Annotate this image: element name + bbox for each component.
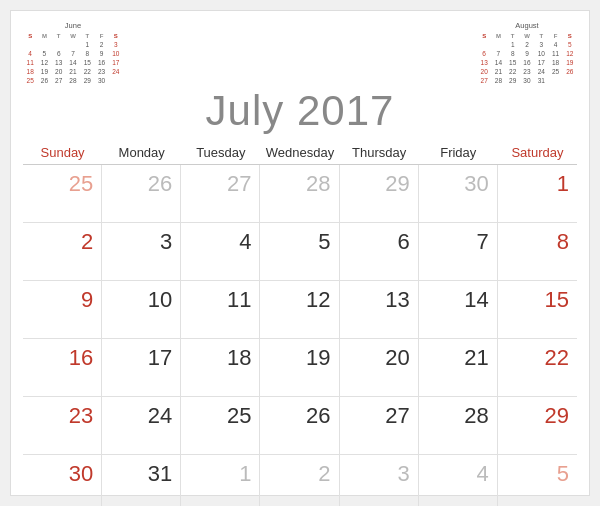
day-cell[interactable]: 28	[419, 397, 498, 455]
day-cell[interactable]: 28	[260, 165, 339, 223]
day-cell[interactable]: 18	[181, 339, 260, 397]
day-cell[interactable]: 16	[23, 339, 102, 397]
header-sunday: Sunday	[23, 141, 102, 165]
day-cell[interactable]: 12	[260, 281, 339, 339]
day-cell[interactable]: 4	[419, 455, 498, 506]
day-cell[interactable]: 29	[498, 397, 577, 455]
calendar: June SMTWTFS 123456789101112131415161718…	[10, 10, 590, 496]
day-cell[interactable]: 29	[340, 165, 419, 223]
mini-calendars: June SMTWTFS 123456789101112131415161718…	[23, 21, 577, 85]
day-cell[interactable]: 22	[498, 339, 577, 397]
day-cell[interactable]: 30	[419, 165, 498, 223]
mini-cal-august: August SMTWTFS 1234567891011121314151617…	[477, 21, 577, 85]
calendar-grid: Sunday Monday Tuesday Wednesday Thursday…	[23, 141, 577, 506]
day-cell[interactable]: 5	[498, 455, 577, 506]
day-cell[interactable]: 11	[181, 281, 260, 339]
day-cell[interactable]: 10	[102, 281, 181, 339]
day-cell[interactable]: 1	[498, 165, 577, 223]
header-monday: Monday	[102, 141, 181, 165]
day-cell[interactable]: 2	[23, 223, 102, 281]
day-cell[interactable]: 3	[340, 455, 419, 506]
day-cell[interactable]: 25	[23, 165, 102, 223]
day-cell[interactable]: 19	[260, 339, 339, 397]
mini-cal-june: June SMTWTFS 123456789101112131415161718…	[23, 21, 123, 85]
day-cell[interactable]: 17	[102, 339, 181, 397]
day-cell[interactable]: 26	[102, 165, 181, 223]
day-cell[interactable]: 27	[181, 165, 260, 223]
header-friday: Friday	[419, 141, 498, 165]
day-cell[interactable]: 5	[260, 223, 339, 281]
day-cell[interactable]: 27	[340, 397, 419, 455]
day-cell[interactable]: 24	[102, 397, 181, 455]
day-cell[interactable]: 8	[498, 223, 577, 281]
day-cell[interactable]: 1	[181, 455, 260, 506]
mini-june-title: June	[23, 21, 123, 30]
day-cell[interactable]: 20	[340, 339, 419, 397]
day-cell[interactable]: 26	[260, 397, 339, 455]
header-saturday: Saturday	[498, 141, 577, 165]
day-cell[interactable]: 15	[498, 281, 577, 339]
day-cell[interactable]: 14	[419, 281, 498, 339]
day-cell[interactable]: 23	[23, 397, 102, 455]
day-cell[interactable]: 7	[419, 223, 498, 281]
day-cell[interactable]: 31	[102, 455, 181, 506]
header-thursday: Thursday	[340, 141, 419, 165]
header-wednesday: Wednesday	[260, 141, 339, 165]
calendar-title: July 2017	[23, 87, 577, 135]
mini-august-title: August	[477, 21, 577, 30]
day-cell[interactable]: 21	[419, 339, 498, 397]
header-tuesday: Tuesday	[181, 141, 260, 165]
day-cell[interactable]: 9	[23, 281, 102, 339]
day-cell[interactable]: 30	[23, 455, 102, 506]
day-cell[interactable]: 13	[340, 281, 419, 339]
day-cell[interactable]: 25	[181, 397, 260, 455]
day-cell[interactable]: 2	[260, 455, 339, 506]
day-cell[interactable]: 6	[340, 223, 419, 281]
day-cell[interactable]: 3	[102, 223, 181, 281]
day-cell[interactable]: 4	[181, 223, 260, 281]
